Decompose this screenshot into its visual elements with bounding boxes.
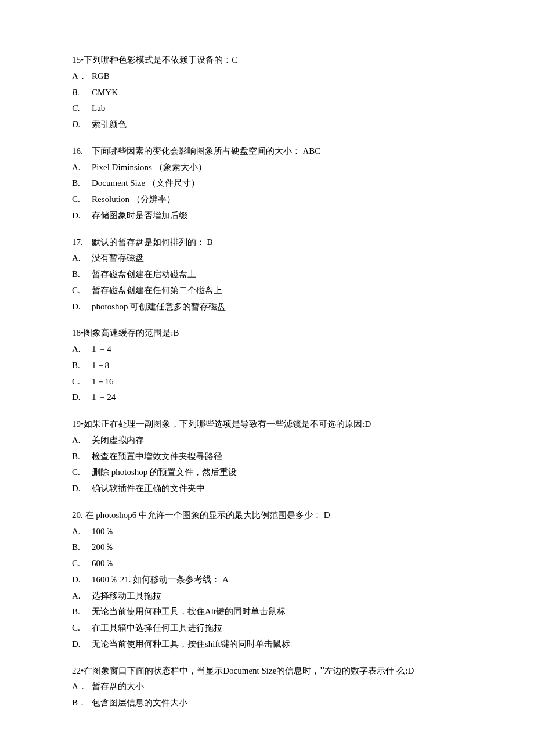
option-letter: C.	[72, 465, 92, 481]
option-letter: D.	[72, 208, 92, 224]
option-text: 删除 photoshop 的预置文件，然后重设	[92, 467, 237, 477]
option-text: photoshop 可创建任意多的暂存磁盘	[92, 302, 226, 311]
option-text: Document Size （文件尺寸）	[92, 178, 200, 188]
option-text: 100％	[92, 527, 114, 536]
option-letter: D.	[72, 572, 92, 588]
option-letter: C.	[72, 556, 92, 572]
option-text: 600％	[92, 559, 114, 568]
option-letter: C.	[72, 192, 92, 208]
option-letter: B．	[72, 695, 92, 711]
question-18-option-d: D.1 －24	[72, 390, 464, 406]
question-19-option-a: A.关闭虚拟内存	[72, 433, 464, 449]
option-letter: A．	[72, 679, 92, 695]
question-20-option-a: A.100％	[72, 524, 464, 540]
question-19-option-b: B.检查在预置中增效文件夹搜寻路径	[72, 449, 464, 465]
option-text: RGB	[92, 71, 110, 81]
option-text: Pixel Diminsions （象素大小）	[92, 163, 207, 172]
question-15-option-d: D.索引颜色	[72, 117, 464, 133]
question-15-option-b: B.CMYK	[72, 85, 464, 101]
question-17-stem: 17. 默认的暂存盘是如何排列的： B	[72, 235, 464, 251]
option-letter: C.	[72, 100, 92, 117]
option-text: 1600％ 21. 如何移动一条参考线： A	[92, 575, 229, 584]
question-18-option-c: C.1－16	[72, 374, 464, 390]
question-17-option-d: D.photoshop 可创建任意多的暂存磁盘	[72, 299, 464, 315]
question-20-option-b: B.200％	[72, 539, 464, 556]
option-text: Lab	[92, 103, 105, 113]
option-letter: D.	[72, 117, 92, 133]
question-21-option-b: B.无论当前使用何种工具，按住Alt键的同时单击鼠标	[72, 604, 464, 620]
question-21-option-c: C.在工具箱中选择任何工具进行拖拉	[72, 620, 464, 636]
option-text: CMYK	[92, 88, 118, 97]
option-letter: D.	[72, 390, 92, 406]
option-letter: B.	[72, 267, 92, 283]
option-letter: D.	[72, 636, 92, 653]
option-text: 索引颜色	[92, 120, 127, 129]
question-15-option-a: A．RGB	[72, 69, 464, 85]
option-text: 检查在预置中增效文件夹搜寻路径	[92, 452, 222, 461]
option-text: 暂存盘的大小	[92, 682, 144, 691]
question-21-option-a: A.选择移动工具拖拉	[72, 588, 464, 604]
option-text: 在工具箱中选择任何工具进行拖拉	[92, 623, 222, 632]
question-17: 17. 默认的暂存盘是如何排列的： B A.没有暂存磁盘 B.暂存磁盘创建在启动…	[72, 235, 464, 315]
question-20-option-d-and-21-stem: D.1600％ 21. 如何移动一条参考线： A	[72, 572, 464, 588]
option-text: 确认软插件在正确的文件夹中	[92, 484, 205, 493]
question-16-stem: 16. 下面哪些因素的变化会影响图象所占硬盘空间的大小： ABC	[72, 143, 464, 160]
question-19-option-d: D.确认软插件在正确的文件夹中	[72, 481, 464, 497]
question-18-option-b: B.1－8	[72, 358, 464, 374]
question-18-option-a: A.1 －4	[72, 341, 464, 358]
option-text: 暂存磁盘创建在任何第二个磁盘上	[92, 286, 222, 295]
question-16-option-b: B.Document Size （文件尺寸）	[72, 175, 464, 192]
question-20-stem: 20. 在 photoshop6 中允许一个图象的显示的最大比例范围是多少： D	[72, 507, 464, 524]
option-letter: B.	[72, 604, 92, 620]
option-letter: B.	[72, 85, 92, 101]
question-17-option-c: C.暂存磁盘创建在任何第二个磁盘上	[72, 283, 464, 299]
option-letter: A.	[72, 341, 92, 358]
option-letter: B.	[72, 539, 92, 556]
option-letter: D.	[72, 299, 92, 315]
question-16-option-a: A.Pixel Diminsions （象素大小）	[72, 160, 464, 176]
stem-post: 左边的数字表示什 么:D	[324, 666, 414, 675]
option-letter: D.	[72, 481, 92, 497]
question-16-option-c: C.Resolution （分辨率）	[72, 192, 464, 208]
option-letter: A.	[72, 433, 92, 449]
option-text: 关闭虚拟内存	[92, 435, 144, 445]
option-letter: C.	[72, 374, 92, 390]
question-16-option-d: D.存储图象时是否增加后缀	[72, 208, 464, 224]
option-letter: B.	[72, 449, 92, 465]
question-15-stem: 15•下列哪种色彩模式是不依赖于设备的：C	[72, 52, 464, 69]
question-15: 15•下列哪种色彩模式是不依赖于设备的：C A．RGB B.CMYK C.Lab…	[72, 52, 464, 133]
question-21-option-d: D.无论当前使用何种工具，按住shift键的同时单击鼠标	[72, 636, 464, 653]
question-19-stem: 19•如果正在处理一副图象，下列哪些选项是导致有一些滤镜是不可选的原因:D	[72, 416, 464, 433]
option-text: 暂存磁盘创建在启动磁盘上	[92, 269, 196, 279]
option-letter: C.	[72, 620, 92, 636]
option-text: 选择移动工具拖拉	[92, 591, 161, 600]
option-letter: C.	[72, 283, 92, 299]
question-19: 19•如果正在处理一副图象，下列哪些选项是导致有一些滤镜是不可选的原因:D A.…	[72, 416, 464, 497]
option-letter: B.	[72, 358, 92, 374]
question-18: 18•图象高速缓存的范围是:B A.1 －4 B.1－8 C.1－16 D.1 …	[72, 325, 464, 406]
option-letter: A.	[72, 160, 92, 176]
option-text: 存储图象时是否增加后缀	[92, 211, 187, 220]
question-22: 22•在图象窗口下面的状态栏中，当显示Document Size的信息时，"左边…	[72, 663, 464, 711]
option-text: 没有暂存磁盘	[92, 253, 144, 262]
question-22-option-a: A．暂存盘的大小	[72, 679, 464, 695]
option-letter: A.	[72, 524, 92, 540]
question-22-option-b: B．包含图层信息的文件大小	[72, 695, 464, 711]
option-text: 200％	[92, 542, 114, 552]
question-18-stem: 18•图象高速缓存的范围是:B	[72, 325, 464, 341]
question-19-option-c: C.删除 photoshop 的预置文件，然后重设	[72, 465, 464, 481]
question-20-21: 20. 在 photoshop6 中允许一个图象的显示的最大比例范围是多少： D…	[72, 507, 464, 653]
option-letter: A.	[72, 588, 92, 604]
question-17-option-b: B.暂存磁盘创建在启动磁盘上	[72, 267, 464, 283]
question-16: 16. 下面哪些因素的变化会影响图象所占硬盘空间的大小： ABC A.Pixel…	[72, 143, 464, 224]
option-text: Resolution （分辨率）	[92, 195, 175, 204]
option-text: 无论当前使用何种工具，按住shift键的同时单击鼠标	[92, 639, 290, 649]
stem-pre: 22•在图象窗口下面的状态栏中，当显示Document Size的信息时，	[72, 666, 320, 675]
question-17-option-a: A.没有暂存磁盘	[72, 250, 464, 267]
question-20-option-c: C.600％	[72, 556, 464, 572]
option-text: 包含图层信息的文件大小	[92, 698, 187, 707]
document-page: 15•下列哪种色彩模式是不依赖于设备的：C A．RGB B.CMYK C.Lab…	[0, 0, 534, 756]
option-letter: A.	[72, 250, 92, 267]
option-text: 无论当前使用何种工具，按住Alt键的同时单击鼠标	[92, 607, 286, 616]
question-15-option-c: C.Lab	[72, 100, 464, 117]
